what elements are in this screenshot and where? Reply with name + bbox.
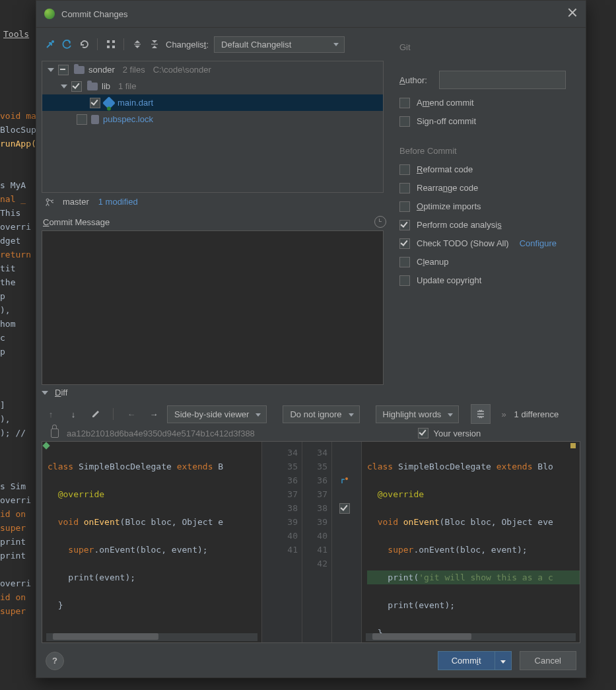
svg-point-10 — [345, 477, 348, 480]
signoff-checkbox[interactable] — [399, 116, 410, 127]
file-icon — [91, 115, 99, 124]
author-input[interactable] — [439, 71, 566, 89]
optimize-label: Optimize imports — [417, 199, 481, 214]
checkbox[interactable] — [90, 98, 100, 108]
include-line-gutter — [332, 442, 362, 642]
git-section-label: Git — [399, 42, 576, 52]
copyright-checkbox[interactable] — [399, 275, 410, 286]
svg-rect-5 — [134, 44, 141, 45]
edit-icon[interactable] — [86, 405, 105, 423]
svg-point-0 — [51, 40, 54, 43]
checkbox[interactable] — [77, 114, 87, 125]
chevron-down-icon[interactable] — [61, 83, 67, 90]
back-icon[interactable]: ← — [122, 405, 141, 423]
tools-menu[interactable]: Tools — [3, 29, 29, 39]
commit-message-label: Commit Message — [43, 217, 110, 227]
todo-label: Check TODO (Show All) — [417, 236, 509, 251]
analysis-checkbox[interactable] — [399, 220, 410, 230]
lock-icon — [51, 429, 59, 438]
diff-label: Diff — [55, 388, 67, 397]
rearrange-checkbox[interactable] — [399, 183, 410, 193]
show-diff-icon[interactable] — [42, 36, 59, 53]
diff-viewer[interactable]: class SimpleBlocDelegate extends B @over… — [42, 441, 580, 643]
highlight-select[interactable]: Highlight words — [376, 405, 460, 423]
refresh-icon[interactable] — [76, 36, 93, 53]
cancel-button[interactable]: Cancel — [520, 651, 576, 670]
help-button[interactable]: ? — [46, 652, 64, 670]
checkbox[interactable] — [71, 81, 82, 92]
reformat-checkbox[interactable] — [399, 164, 410, 175]
signoff-label: Sign-off commit — [417, 114, 476, 129]
expand-all-icon[interactable] — [129, 36, 146, 53]
right-line-numbers: 343536373839404142 — [302, 442, 332, 642]
tree-file-main[interactable]: main.dart — [42, 94, 383, 111]
changelist-combo[interactable]: Default Changelist — [214, 36, 345, 53]
your-version-label: Your version — [418, 428, 481, 438]
tree-meta: 1 file — [118, 81, 136, 91]
tree-label: lib — [102, 81, 110, 91]
optimize-checkbox[interactable] — [399, 201, 410, 212]
folder-icon — [87, 83, 98, 90]
folder-icon — [74, 66, 85, 74]
copyright-label: Update copyright — [417, 273, 481, 288]
svg-rect-1 — [107, 40, 110, 43]
gutter-arrow-icon[interactable] — [341, 477, 349, 485]
branch-icon — [46, 198, 53, 206]
tree-folder-lib[interactable]: lib 1 file — [42, 78, 383, 94]
file-revision-hash: aa12b21018d6ba4e9350d94e5174b1c412d3f388 — [67, 429, 255, 438]
branch-name: master — [63, 197, 89, 207]
amend-label: Amend commit — [417, 96, 474, 110]
changelist-label: Changelist: — [166, 40, 209, 50]
include-line-checkbox[interactable] — [339, 503, 350, 514]
whitespace-select[interactable]: Do not ignore — [283, 405, 359, 423]
configure-link[interactable]: Configure — [520, 236, 557, 251]
more-icon[interactable]: » — [501, 409, 506, 419]
collapse-unchanged-icon[interactable] — [471, 404, 491, 424]
rearrange-label: Rearrange code — [417, 181, 478, 195]
prev-change-icon[interactable]: ↑ — [42, 405, 60, 423]
commit-message-input[interactable] — [42, 230, 384, 385]
analysis-label: Perform code analysis — [417, 218, 502, 232]
tree-file-pubspec[interactable]: pubspec.lock — [42, 111, 383, 127]
commit-changes-dialog: Commit Changes Changelist: Default Chan — [36, 0, 586, 678]
tree-root[interactable]: sonder 2 files C:\code\sonder — [42, 61, 383, 78]
tree-label: main.dart — [118, 98, 153, 108]
commit-dropdown[interactable] — [495, 652, 511, 670]
collapse-all-icon[interactable] — [146, 36, 163, 53]
tree-meta: 2 files — [123, 65, 145, 75]
todo-checkbox[interactable] — [399, 238, 410, 249]
cleanup-checkbox[interactable] — [399, 257, 410, 267]
scrollbar[interactable] — [366, 633, 576, 641]
reformat-label: Reformat code — [417, 162, 473, 177]
your-version-checkbox[interactable] — [418, 428, 428, 438]
group-icon[interactable] — [102, 36, 120, 53]
gutter-warn-icon — [570, 443, 576, 448]
next-change-icon[interactable]: ↓ — [64, 405, 83, 423]
scrollbar[interactable] — [46, 633, 257, 641]
checkbox[interactable] — [58, 65, 69, 75]
svg-point-7 — [46, 199, 49, 201]
revert-icon[interactable] — [59, 36, 76, 53]
left-line-numbers: 3435363738394041 — [262, 442, 302, 642]
author-label: Author: — [399, 75, 432, 85]
changes-tree[interactable]: sonder 2 files C:\code\sonder lib 1 file — [42, 61, 384, 193]
cleanup-label: Cleanup — [417, 255, 448, 269]
tree-label: pubspec.lock — [103, 114, 153, 124]
dialog-titlebar: Commit Changes — [36, 1, 586, 28]
modified-count[interactable]: 1 modified — [98, 197, 138, 207]
forward-icon[interactable]: → — [145, 405, 163, 423]
svg-rect-3 — [107, 46, 110, 48]
viewer-mode-select[interactable]: Side-by-side viewer — [167, 405, 267, 423]
diff-left-code: class SimpleBlocDelegate extends B @over… — [42, 442, 261, 643]
svg-point-8 — [46, 204, 49, 206]
tree-label: sonder — [88, 65, 115, 75]
before-commit-label: Before Commit — [399, 146, 576, 156]
dart-file-icon — [102, 96, 116, 110]
close-icon[interactable] — [566, 6, 579, 19]
chevron-down-icon[interactable] — [48, 67, 54, 73]
commit-button[interactable]: Commit — [438, 651, 512, 670]
amend-checkbox[interactable] — [399, 98, 410, 108]
history-icon[interactable] — [374, 216, 386, 228]
tree-path: C:\code\sonder — [153, 65, 211, 75]
chevron-down-icon[interactable] — [42, 391, 48, 395]
